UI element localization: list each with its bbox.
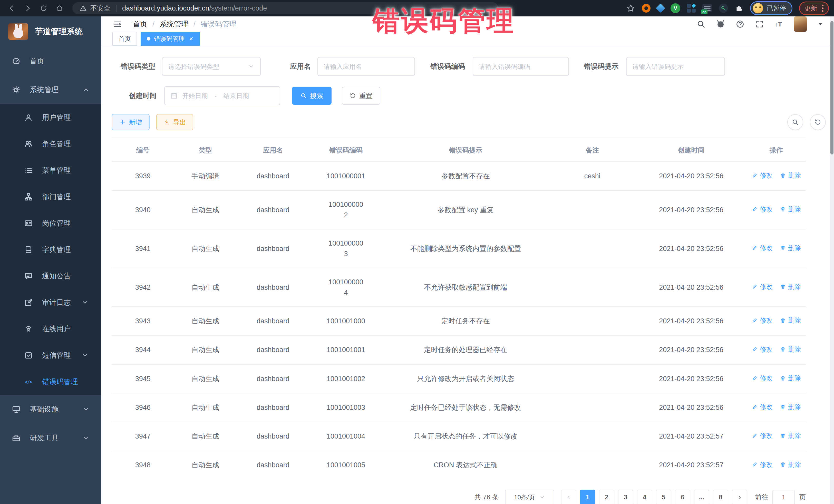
forward-icon[interactable] <box>21 2 35 15</box>
scrollbar-thumb[interactable] <box>830 21 833 154</box>
sidebar-item-14[interactable]: 研发工具 <box>0 424 101 453</box>
page-button-4[interactable]: 4 <box>637 490 652 504</box>
edit-link[interactable]: 修改 <box>752 431 773 441</box>
add-button[interactable]: 新增 <box>112 114 150 130</box>
sidebar-item-10[interactable]: 在线用户 <box>0 316 101 342</box>
delete-link[interactable]: 删除 <box>780 171 801 180</box>
breadcrumb-system[interactable]: 系统管理 <box>160 19 188 29</box>
next-page-button[interactable] <box>732 490 747 504</box>
help-icon[interactable] <box>736 20 745 29</box>
delete-link[interactable]: 删除 <box>780 460 801 469</box>
export-button[interactable]: 导出 <box>156 114 193 130</box>
page-button-2[interactable]: 2 <box>599 490 614 504</box>
extension-orange-icon[interactable] <box>642 4 651 13</box>
github-icon[interactable] <box>716 20 725 29</box>
page-button-5[interactable]: 5 <box>656 490 671 504</box>
delete-link[interactable]: 删除 <box>780 243 801 253</box>
sidebar-logo[interactable]: 芋道管理系统 <box>0 17 101 47</box>
browser-menu-kebab-icon[interactable] <box>822 5 824 12</box>
search-button[interactable]: 搜索 <box>292 87 332 105</box>
page-button-1[interactable]: 1 <box>580 490 595 504</box>
extension-panel-icon[interactable]: on <box>702 4 712 12</box>
page-size-select[interactable]: 10条/页 <box>505 490 554 504</box>
sidebar-item-8[interactable]: 通知公告 <box>0 263 101 289</box>
font-size-icon[interactable]: tT <box>774 20 784 29</box>
sidebar-item-9[interactable]: 审计日志 <box>0 289 101 316</box>
user-icon <box>24 113 33 122</box>
tab-error-code[interactable]: 错误码管理 <box>140 32 200 46</box>
error-code-input[interactable] <box>473 57 569 76</box>
sidebar-item-1[interactable]: 系统管理 <box>0 75 101 104</box>
page-button-8[interactable]: 8 <box>713 490 728 504</box>
delete-link[interactable]: 删除 <box>780 402 801 412</box>
delete-link-label: 删除 <box>788 402 801 412</box>
sidebar-item-6[interactable]: 岗位管理 <box>0 210 101 236</box>
extension-green-icon[interactable]: V <box>671 3 680 13</box>
sidebar-item-5[interactable]: 部门管理 <box>0 183 101 210</box>
goto-page-input[interactable] <box>772 490 795 504</box>
reset-button[interactable]: 重置 <box>342 87 380 105</box>
reload-icon[interactable] <box>37 2 50 15</box>
sidebar-item-0[interactable]: 首页 <box>0 47 101 75</box>
fullscreen-icon[interactable] <box>755 20 764 29</box>
delete-link-label: 删除 <box>788 204 801 214</box>
edit-link[interactable]: 修改 <box>752 243 773 253</box>
refresh-table-button[interactable] <box>810 114 826 130</box>
edit-link[interactable]: 修改 <box>752 345 773 354</box>
edit-icon <box>752 461 758 467</box>
error-type-select[interactable]: 请选择错误码类型 <box>162 57 261 76</box>
error-message-input[interactable] <box>626 57 725 76</box>
home-icon[interactable] <box>53 2 66 15</box>
edit-link[interactable]: 修改 <box>752 373 773 383</box>
back-icon[interactable] <box>5 2 19 15</box>
cell-type: 自动生成 <box>174 191 236 229</box>
delete-link[interactable]: 删除 <box>780 282 801 292</box>
page-button-3[interactable]: 3 <box>618 490 633 504</box>
breadcrumb-home[interactable]: 首页 <box>133 19 147 29</box>
edit-link[interactable]: 修改 <box>752 402 773 412</box>
browser-update-button[interactable]: 更新 <box>799 2 829 15</box>
browser-profile-chip[interactable]: 已暂停 <box>750 1 792 15</box>
sidebar-collapse-icon[interactable] <box>112 20 123 28</box>
cell-memo <box>549 336 636 365</box>
date-range-picker[interactable]: 开始日期 - 结束日期 <box>164 86 280 105</box>
edit-link[interactable]: 修改 <box>752 171 773 180</box>
delete-link[interactable]: 删除 <box>780 204 801 214</box>
add-button-label: 新增 <box>129 118 142 127</box>
delete-link[interactable]: 删除 <box>780 373 801 383</box>
bookmark-star-icon[interactable] <box>627 4 635 13</box>
sidebar-item-13[interactable]: 基础设施 <box>0 395 101 424</box>
delete-link[interactable]: 删除 <box>780 316 801 325</box>
cell-operations: 修改删除 <box>747 268 806 307</box>
show-search-toggle-button[interactable] <box>787 114 803 130</box>
tab-home[interactable]: 首页 <box>112 32 137 46</box>
sidebar-item-12[interactable]: </>错误码管理 <box>0 369 101 395</box>
header-search-icon[interactable] <box>697 20 706 29</box>
sidebar-item-4[interactable]: 菜单管理 <box>0 157 101 183</box>
edit-link[interactable]: 修改 <box>752 282 773 292</box>
extension-key-icon[interactable] <box>719 4 728 13</box>
user-avatar[interactable] <box>794 17 807 32</box>
page-button-6[interactable]: 6 <box>675 490 690 504</box>
edit-icon <box>752 172 758 179</box>
edit-link[interactable]: 修改 <box>752 204 773 214</box>
extension-gem-icon[interactable] <box>656 4 665 13</box>
chevron-down-icon[interactable] <box>817 21 824 27</box>
page-ellipsis[interactable]: ... <box>694 490 709 504</box>
close-icon[interactable] <box>188 36 194 42</box>
sidebar-item-3[interactable]: 角色管理 <box>0 131 101 157</box>
edit-link[interactable]: 修改 <box>752 316 773 325</box>
sidebar-item-11[interactable]: 短信管理 <box>0 342 101 369</box>
delete-link[interactable]: 删除 <box>780 345 801 354</box>
delete-link[interactable]: 删除 <box>780 431 801 441</box>
search-icon <box>300 92 307 99</box>
edit-link[interactable]: 修改 <box>752 460 773 469</box>
prev-page-button[interactable] <box>561 490 576 504</box>
extension-grid-icon[interactable] <box>687 4 696 13</box>
app-name-input[interactable] <box>317 57 415 76</box>
sidebar-item-2[interactable]: 用户管理 <box>0 104 101 131</box>
column-header: 类型 <box>174 138 236 162</box>
sidebar-item-7[interactable]: 字典管理 <box>0 236 101 263</box>
tab-label: 首页 <box>118 35 131 43</box>
extensions-puzzle-icon[interactable] <box>735 4 743 13</box>
